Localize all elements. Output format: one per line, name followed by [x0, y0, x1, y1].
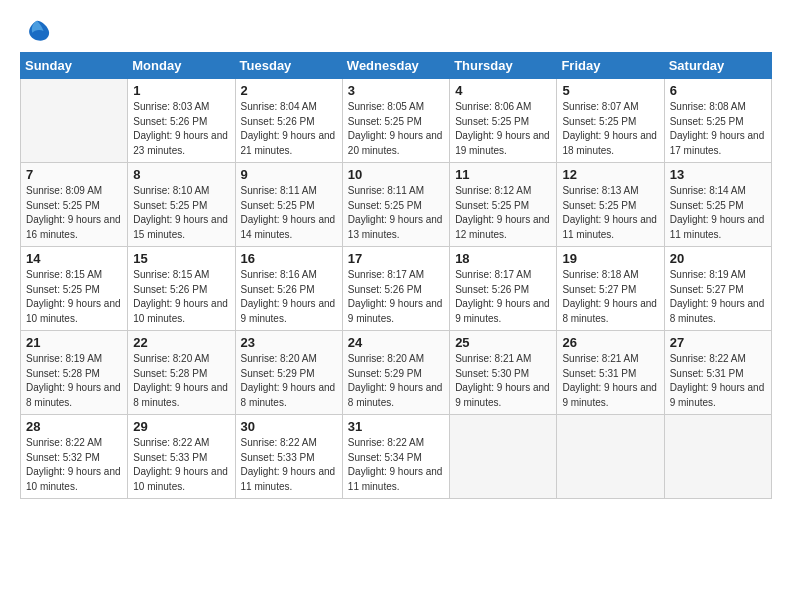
day-info: Sunrise: 8:14 AMSunset: 5:25 PMDaylight:…	[670, 184, 766, 242]
week-row-4: 21Sunrise: 8:19 AMSunset: 5:28 PMDayligh…	[21, 331, 772, 415]
calendar-cell: 31Sunrise: 8:22 AMSunset: 5:34 PMDayligh…	[342, 415, 449, 499]
day-number: 6	[670, 83, 766, 98]
week-row-2: 7Sunrise: 8:09 AMSunset: 5:25 PMDaylight…	[21, 163, 772, 247]
calendar-cell: 19Sunrise: 8:18 AMSunset: 5:27 PMDayligh…	[557, 247, 664, 331]
calendar-cell: 27Sunrise: 8:22 AMSunset: 5:31 PMDayligh…	[664, 331, 771, 415]
day-info: Sunrise: 8:10 AMSunset: 5:25 PMDaylight:…	[133, 184, 229, 242]
day-number: 2	[241, 83, 337, 98]
weekday-header-thursday: Thursday	[450, 53, 557, 79]
day-info: Sunrise: 8:07 AMSunset: 5:25 PMDaylight:…	[562, 100, 658, 158]
calendar-cell: 12Sunrise: 8:13 AMSunset: 5:25 PMDayligh…	[557, 163, 664, 247]
weekday-header-friday: Friday	[557, 53, 664, 79]
day-number: 22	[133, 335, 229, 350]
day-number: 17	[348, 251, 444, 266]
day-info: Sunrise: 8:20 AMSunset: 5:29 PMDaylight:…	[241, 352, 337, 410]
day-number: 24	[348, 335, 444, 350]
day-info: Sunrise: 8:12 AMSunset: 5:25 PMDaylight:…	[455, 184, 551, 242]
day-info: Sunrise: 8:08 AMSunset: 5:25 PMDaylight:…	[670, 100, 766, 158]
calendar-cell: 14Sunrise: 8:15 AMSunset: 5:25 PMDayligh…	[21, 247, 128, 331]
calendar-cell: 6Sunrise: 8:08 AMSunset: 5:25 PMDaylight…	[664, 79, 771, 163]
weekday-header-wednesday: Wednesday	[342, 53, 449, 79]
calendar-cell: 11Sunrise: 8:12 AMSunset: 5:25 PMDayligh…	[450, 163, 557, 247]
day-number: 23	[241, 335, 337, 350]
calendar-cell: 21Sunrise: 8:19 AMSunset: 5:28 PMDayligh…	[21, 331, 128, 415]
day-info: Sunrise: 8:19 AMSunset: 5:28 PMDaylight:…	[26, 352, 122, 410]
day-info: Sunrise: 8:06 AMSunset: 5:25 PMDaylight:…	[455, 100, 551, 158]
day-number: 8	[133, 167, 229, 182]
calendar-cell: 4Sunrise: 8:06 AMSunset: 5:25 PMDaylight…	[450, 79, 557, 163]
header	[20, 16, 772, 44]
calendar-cell: 3Sunrise: 8:05 AMSunset: 5:25 PMDaylight…	[342, 79, 449, 163]
day-info: Sunrise: 8:22 AMSunset: 5:33 PMDaylight:…	[133, 436, 229, 494]
day-number: 31	[348, 419, 444, 434]
calendar-cell	[450, 415, 557, 499]
day-info: Sunrise: 8:20 AMSunset: 5:29 PMDaylight:…	[348, 352, 444, 410]
calendar: SundayMondayTuesdayWednesdayThursdayFrid…	[20, 52, 772, 499]
weekday-header-monday: Monday	[128, 53, 235, 79]
day-info: Sunrise: 8:22 AMSunset: 5:31 PMDaylight:…	[670, 352, 766, 410]
calendar-cell: 30Sunrise: 8:22 AMSunset: 5:33 PMDayligh…	[235, 415, 342, 499]
calendar-cell: 7Sunrise: 8:09 AMSunset: 5:25 PMDaylight…	[21, 163, 128, 247]
weekday-header-sunday: Sunday	[21, 53, 128, 79]
day-number: 28	[26, 419, 122, 434]
calendar-cell: 22Sunrise: 8:20 AMSunset: 5:28 PMDayligh…	[128, 331, 235, 415]
day-info: Sunrise: 8:15 AMSunset: 5:26 PMDaylight:…	[133, 268, 229, 326]
calendar-cell: 25Sunrise: 8:21 AMSunset: 5:30 PMDayligh…	[450, 331, 557, 415]
page-container: SundayMondayTuesdayWednesdayThursdayFrid…	[0, 0, 792, 612]
day-number: 16	[241, 251, 337, 266]
day-number: 5	[562, 83, 658, 98]
day-number: 7	[26, 167, 122, 182]
calendar-cell: 23Sunrise: 8:20 AMSunset: 5:29 PMDayligh…	[235, 331, 342, 415]
day-number: 25	[455, 335, 551, 350]
day-number: 20	[670, 251, 766, 266]
calendar-cell: 16Sunrise: 8:16 AMSunset: 5:26 PMDayligh…	[235, 247, 342, 331]
day-info: Sunrise: 8:18 AMSunset: 5:27 PMDaylight:…	[562, 268, 658, 326]
day-number: 18	[455, 251, 551, 266]
day-info: Sunrise: 8:20 AMSunset: 5:28 PMDaylight:…	[133, 352, 229, 410]
calendar-cell: 17Sunrise: 8:17 AMSunset: 5:26 PMDayligh…	[342, 247, 449, 331]
day-number: 9	[241, 167, 337, 182]
day-number: 15	[133, 251, 229, 266]
day-info: Sunrise: 8:03 AMSunset: 5:26 PMDaylight:…	[133, 100, 229, 158]
day-info: Sunrise: 8:21 AMSunset: 5:31 PMDaylight:…	[562, 352, 658, 410]
day-number: 10	[348, 167, 444, 182]
calendar-cell: 5Sunrise: 8:07 AMSunset: 5:25 PMDaylight…	[557, 79, 664, 163]
calendar-cell: 8Sunrise: 8:10 AMSunset: 5:25 PMDaylight…	[128, 163, 235, 247]
day-info: Sunrise: 8:17 AMSunset: 5:26 PMDaylight:…	[348, 268, 444, 326]
day-info: Sunrise: 8:22 AMSunset: 5:34 PMDaylight:…	[348, 436, 444, 494]
day-number: 19	[562, 251, 658, 266]
weekday-header-tuesday: Tuesday	[235, 53, 342, 79]
calendar-cell: 24Sunrise: 8:20 AMSunset: 5:29 PMDayligh…	[342, 331, 449, 415]
calendar-cell: 28Sunrise: 8:22 AMSunset: 5:32 PMDayligh…	[21, 415, 128, 499]
week-row-5: 28Sunrise: 8:22 AMSunset: 5:32 PMDayligh…	[21, 415, 772, 499]
day-number: 13	[670, 167, 766, 182]
weekday-header-saturday: Saturday	[664, 53, 771, 79]
calendar-cell: 9Sunrise: 8:11 AMSunset: 5:25 PMDaylight…	[235, 163, 342, 247]
week-row-3: 14Sunrise: 8:15 AMSunset: 5:25 PMDayligh…	[21, 247, 772, 331]
day-info: Sunrise: 8:04 AMSunset: 5:26 PMDaylight:…	[241, 100, 337, 158]
day-info: Sunrise: 8:17 AMSunset: 5:26 PMDaylight:…	[455, 268, 551, 326]
day-number: 1	[133, 83, 229, 98]
calendar-cell: 26Sunrise: 8:21 AMSunset: 5:31 PMDayligh…	[557, 331, 664, 415]
day-number: 14	[26, 251, 122, 266]
day-number: 4	[455, 83, 551, 98]
logo-icon	[23, 16, 51, 44]
day-number: 27	[670, 335, 766, 350]
week-row-1: 1Sunrise: 8:03 AMSunset: 5:26 PMDaylight…	[21, 79, 772, 163]
day-info: Sunrise: 8:21 AMSunset: 5:30 PMDaylight:…	[455, 352, 551, 410]
day-info: Sunrise: 8:11 AMSunset: 5:25 PMDaylight:…	[241, 184, 337, 242]
day-info: Sunrise: 8:09 AMSunset: 5:25 PMDaylight:…	[26, 184, 122, 242]
day-info: Sunrise: 8:19 AMSunset: 5:27 PMDaylight:…	[670, 268, 766, 326]
calendar-cell: 29Sunrise: 8:22 AMSunset: 5:33 PMDayligh…	[128, 415, 235, 499]
logo	[20, 20, 51, 44]
calendar-cell	[557, 415, 664, 499]
calendar-cell	[664, 415, 771, 499]
day-number: 26	[562, 335, 658, 350]
day-info: Sunrise: 8:22 AMSunset: 5:33 PMDaylight:…	[241, 436, 337, 494]
calendar-cell: 10Sunrise: 8:11 AMSunset: 5:25 PMDayligh…	[342, 163, 449, 247]
day-info: Sunrise: 8:13 AMSunset: 5:25 PMDaylight:…	[562, 184, 658, 242]
calendar-cell	[21, 79, 128, 163]
day-number: 3	[348, 83, 444, 98]
day-info: Sunrise: 8:15 AMSunset: 5:25 PMDaylight:…	[26, 268, 122, 326]
day-info: Sunrise: 8:16 AMSunset: 5:26 PMDaylight:…	[241, 268, 337, 326]
